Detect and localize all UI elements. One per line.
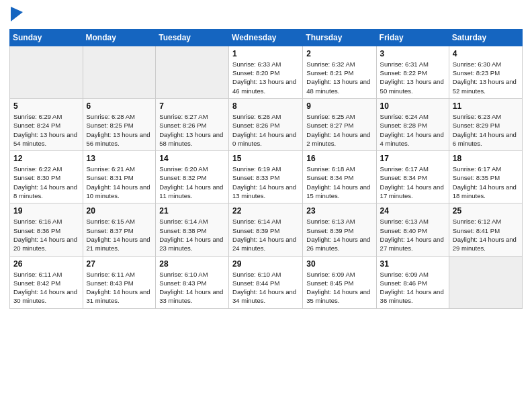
calendar-day-cell: 9Sunrise: 6:25 AMSunset: 8:27 PMDaylight… — [303, 98, 376, 150]
day-info: Sunrise: 6:21 AMSunset: 8:31 PMDaylight:… — [87, 165, 152, 200]
logo-icon — [11, 7, 23, 21]
day-number: 3 — [380, 49, 445, 58]
day-number: 30 — [306, 259, 372, 269]
day-number: 20 — [87, 206, 152, 216]
day-number: 2 — [306, 49, 372, 58]
day-info: Sunrise: 6:29 AMSunset: 8:24 PMDaylight:… — [13, 112, 79, 148]
day-number: 23 — [306, 206, 372, 216]
calendar-table: SundayMondayTuesdayWednesdayThursdayFrid… — [9, 29, 523, 309]
day-info: Sunrise: 6:30 AMSunset: 8:23 PMDaylight:… — [453, 60, 519, 95]
day-number: 29 — [232, 259, 299, 269]
day-number: 5 — [13, 101, 79, 111]
header — [9, 7, 523, 25]
day-info: Sunrise: 6:33 AMSunset: 8:20 PMDaylight:… — [232, 60, 299, 95]
day-number: 31 — [380, 259, 445, 269]
day-number: 11 — [453, 101, 519, 111]
calendar-day-cell: 27Sunrise: 6:11 AMSunset: 8:43 PMDayligh… — [83, 256, 156, 308]
calendar-day-cell: 21Sunrise: 6:14 AMSunset: 8:38 PMDayligh… — [156, 203, 229, 256]
calendar-week-row: 19Sunrise: 6:16 AMSunset: 8:36 PMDayligh… — [10, 203, 523, 256]
day-info: Sunrise: 6:23 AMSunset: 8:29 PMDaylight:… — [453, 112, 519, 148]
day-number: 22 — [232, 206, 299, 216]
day-info: Sunrise: 6:10 AMSunset: 8:44 PMDaylight:… — [232, 270, 299, 306]
calendar-day-cell: 25Sunrise: 6:12 AMSunset: 8:41 PMDayligh… — [449, 203, 522, 256]
calendar-weekday-header: Friday — [376, 29, 449, 46]
calendar-day-cell: 17Sunrise: 6:17 AMSunset: 8:34 PMDayligh… — [376, 151, 449, 203]
calendar-day-cell: 12Sunrise: 6:22 AMSunset: 8:30 PMDayligh… — [10, 151, 83, 203]
calendar-day-cell — [449, 256, 522, 308]
calendar-day-cell: 28Sunrise: 6:10 AMSunset: 8:43 PMDayligh… — [156, 256, 229, 308]
day-number: 1 — [232, 49, 299, 58]
calendar-day-cell: 29Sunrise: 6:10 AMSunset: 8:44 PMDayligh… — [229, 256, 303, 308]
svg-marker-0 — [11, 7, 23, 21]
calendar-day-cell: 16Sunrise: 6:18 AMSunset: 8:34 PMDayligh… — [303, 151, 376, 203]
calendar-day-cell: 5Sunrise: 6:29 AMSunset: 8:24 PMDaylight… — [10, 98, 83, 150]
day-info: Sunrise: 6:16 AMSunset: 8:36 PMDaylight:… — [13, 217, 79, 253]
day-number: 9 — [306, 101, 372, 111]
calendar-day-cell: 26Sunrise: 6:11 AMSunset: 8:42 PMDayligh… — [10, 256, 83, 308]
calendar-day-cell — [83, 46, 156, 98]
calendar-weekday-header: Saturday — [449, 29, 522, 46]
calendar-day-cell: 18Sunrise: 6:17 AMSunset: 8:35 PMDayligh… — [449, 151, 522, 203]
calendar-day-cell: 20Sunrise: 6:15 AMSunset: 8:37 PMDayligh… — [83, 203, 156, 256]
page: SundayMondayTuesdayWednesdayThursdayFrid… — [0, 0, 532, 411]
day-number: 18 — [453, 154, 519, 163]
day-number: 10 — [380, 101, 445, 111]
day-number: 8 — [232, 101, 299, 111]
day-info: Sunrise: 6:13 AMSunset: 8:39 PMDaylight:… — [306, 217, 372, 253]
calendar-weekday-header: Thursday — [303, 29, 376, 46]
day-number: 15 — [232, 154, 299, 163]
calendar-week-row: 1Sunrise: 6:33 AMSunset: 8:20 PMDaylight… — [10, 46, 523, 98]
calendar-day-cell: 6Sunrise: 6:28 AMSunset: 8:25 PMDaylight… — [83, 98, 156, 150]
day-info: Sunrise: 6:24 AMSunset: 8:28 PMDaylight:… — [380, 112, 445, 148]
day-info: Sunrise: 6:20 AMSunset: 8:32 PMDaylight:… — [159, 165, 225, 200]
day-number: 25 — [453, 206, 519, 216]
calendar-weekday-header: Sunday — [10, 29, 83, 46]
day-info: Sunrise: 6:12 AMSunset: 8:41 PMDaylight:… — [453, 217, 519, 253]
day-info: Sunrise: 6:19 AMSunset: 8:33 PMDaylight:… — [232, 165, 299, 200]
day-number: 7 — [159, 101, 225, 111]
day-number: 21 — [159, 206, 225, 216]
calendar-day-cell: 14Sunrise: 6:20 AMSunset: 8:32 PMDayligh… — [156, 151, 229, 203]
day-info: Sunrise: 6:28 AMSunset: 8:25 PMDaylight:… — [87, 112, 152, 148]
day-number: 17 — [380, 154, 445, 163]
day-info: Sunrise: 6:18 AMSunset: 8:34 PMDaylight:… — [306, 165, 372, 200]
day-info: Sunrise: 6:17 AMSunset: 8:35 PMDaylight:… — [453, 165, 519, 200]
calendar-day-cell — [10, 46, 83, 98]
day-info: Sunrise: 6:17 AMSunset: 8:34 PMDaylight:… — [380, 165, 445, 200]
calendar-day-cell: 8Sunrise: 6:26 AMSunset: 8:26 PMDaylight… — [229, 98, 303, 150]
day-number: 4 — [453, 49, 519, 58]
logo — [9, 7, 23, 25]
day-number: 12 — [13, 154, 79, 163]
day-info: Sunrise: 6:26 AMSunset: 8:26 PMDaylight:… — [232, 112, 299, 148]
day-number: 6 — [87, 101, 152, 111]
calendar-day-cell: 3Sunrise: 6:31 AMSunset: 8:22 PMDaylight… — [376, 46, 449, 98]
calendar-day-cell: 10Sunrise: 6:24 AMSunset: 8:28 PMDayligh… — [376, 98, 449, 150]
day-info: Sunrise: 6:22 AMSunset: 8:30 PMDaylight:… — [13, 165, 79, 200]
day-number: 19 — [13, 206, 79, 216]
calendar-day-cell: 4Sunrise: 6:30 AMSunset: 8:23 PMDaylight… — [449, 46, 522, 98]
day-number: 27 — [87, 259, 152, 269]
day-number: 14 — [159, 154, 225, 163]
calendar-day-cell: 22Sunrise: 6:14 AMSunset: 8:39 PMDayligh… — [229, 203, 303, 256]
day-number: 26 — [13, 259, 79, 269]
day-info: Sunrise: 6:25 AMSunset: 8:27 PMDaylight:… — [306, 112, 372, 148]
calendar-week-row: 12Sunrise: 6:22 AMSunset: 8:30 PMDayligh… — [10, 151, 523, 203]
day-info: Sunrise: 6:31 AMSunset: 8:22 PMDaylight:… — [380, 60, 445, 95]
calendar-header-row: SundayMondayTuesdayWednesdayThursdayFrid… — [10, 29, 523, 46]
day-number: 24 — [380, 206, 445, 216]
day-number: 13 — [87, 154, 152, 163]
day-info: Sunrise: 6:11 AMSunset: 8:43 PMDaylight:… — [87, 270, 152, 306]
calendar-day-cell: 30Sunrise: 6:09 AMSunset: 8:45 PMDayligh… — [303, 256, 376, 308]
day-info: Sunrise: 6:10 AMSunset: 8:43 PMDaylight:… — [159, 270, 225, 306]
day-info: Sunrise: 6:09 AMSunset: 8:45 PMDaylight:… — [306, 270, 372, 306]
calendar-day-cell: 2Sunrise: 6:32 AMSunset: 8:21 PMDaylight… — [303, 46, 376, 98]
day-number: 28 — [159, 259, 225, 269]
day-info: Sunrise: 6:11 AMSunset: 8:42 PMDaylight:… — [13, 270, 79, 306]
calendar-day-cell: 13Sunrise: 6:21 AMSunset: 8:31 PMDayligh… — [83, 151, 156, 203]
calendar-weekday-header: Tuesday — [156, 29, 229, 46]
calendar-week-row: 5Sunrise: 6:29 AMSunset: 8:24 PMDaylight… — [10, 98, 523, 150]
day-info: Sunrise: 6:15 AMSunset: 8:37 PMDaylight:… — [87, 217, 152, 253]
day-info: Sunrise: 6:13 AMSunset: 8:40 PMDaylight:… — [380, 217, 445, 253]
day-info: Sunrise: 6:14 AMSunset: 8:38 PMDaylight:… — [159, 217, 225, 253]
calendar-week-row: 26Sunrise: 6:11 AMSunset: 8:42 PMDayligh… — [10, 256, 523, 308]
